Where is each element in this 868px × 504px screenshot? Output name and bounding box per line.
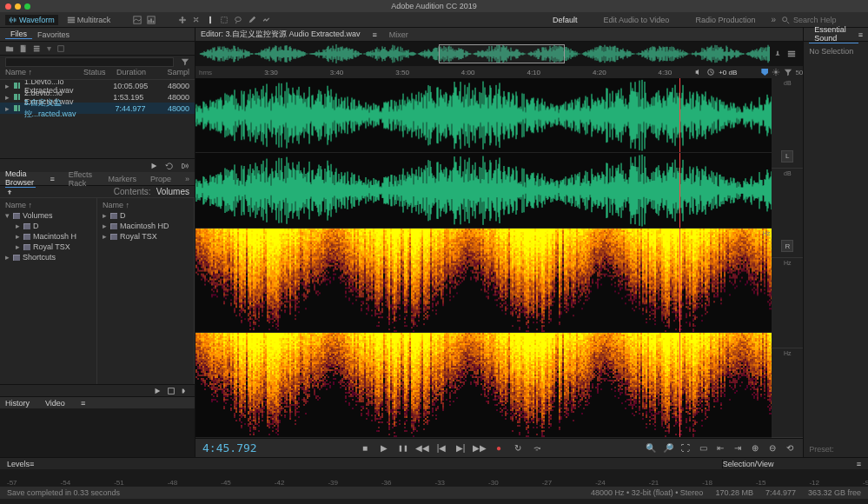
- channel-r-button[interactable]: R: [781, 240, 793, 252]
- tab-history[interactable]: History: [5, 399, 30, 408]
- tree-item[interactable]: ▾Volumes: [0, 210, 96, 221]
- tree-item[interactable]: ▸Macintosh H: [0, 231, 96, 242]
- view-settings-icon[interactable]: [787, 50, 796, 58]
- zoom-reset-icon[interactable]: ⟲: [784, 442, 796, 454]
- loop-button[interactable]: ↻: [512, 442, 524, 454]
- tree-item[interactable]: ▸Macintosh HD: [97, 221, 194, 231]
- timecode-display[interactable]: 4:45.792: [202, 441, 257, 454]
- record-button[interactable]: ●: [493, 442, 505, 454]
- timeline-ruler[interactable]: hms 3:303:403:504:004:104:204:304:404:50…: [195, 66, 803, 78]
- brush-tool-icon[interactable]: [248, 16, 256, 24]
- time-select-tool-icon[interactable]: [206, 16, 215, 24]
- help-search[interactable]: [781, 16, 863, 24]
- tab-properties[interactable]: Prope: [150, 175, 171, 183]
- spot-heal-tool-icon[interactable]: [262, 16, 270, 24]
- zoom-vout-icon[interactable]: ⊖: [766, 442, 779, 454]
- tab-media-browser[interactable]: Media Browser: [5, 169, 36, 188]
- browser-loop-icon[interactable]: [167, 387, 176, 395]
- multitrack-view-button[interactable]: Multitrack: [63, 15, 115, 25]
- tab-files[interactable]: Files: [5, 30, 32, 39]
- hud-volume-icon[interactable]: [694, 68, 703, 76]
- spectrogram-right[interactable]: [195, 333, 772, 437]
- tree-item[interactable]: ▸Royal TSX: [0, 242, 96, 252]
- playhead-marker-icon[interactable]: [761, 69, 768, 76]
- pause-button[interactable]: ❚❚: [397, 442, 409, 454]
- tree-item[interactable]: ▸Royal TSX: [97, 231, 194, 242]
- waveform-view-button[interactable]: Waveform: [5, 15, 58, 25]
- lasso-tool-icon[interactable]: [234, 16, 242, 24]
- tree-item[interactable]: ▸D: [97, 210, 194, 221]
- help-search-input[interactable]: [793, 16, 863, 24]
- workspace-edit-audio-video[interactable]: Edit Audio to Video: [593, 16, 679, 24]
- zoom-full-icon[interactable]: ⛶: [679, 442, 692, 454]
- status-file-size: 170.28 MB: [715, 488, 753, 497]
- spectrogram-left[interactable]: [195, 229, 772, 333]
- rewind-button[interactable]: ◀◀: [416, 442, 428, 454]
- zoom-vin-icon[interactable]: ⊕: [749, 442, 761, 454]
- filter-icon[interactable]: [181, 57, 189, 66]
- hud-gain[interactable]: +0 dB: [719, 69, 737, 76]
- tab-levels[interactable]: Levels: [7, 460, 30, 468]
- autoplay-icon[interactable]: [181, 162, 189, 170]
- col-sample[interactable]: Sampl: [158, 68, 189, 79]
- pin-icon[interactable]: [773, 50, 782, 58]
- tab-markers[interactable]: Markers: [108, 175, 136, 183]
- up-folder-icon[interactable]: [5, 188, 14, 196]
- prev-button[interactable]: |◀: [435, 442, 447, 454]
- contents-value: Volumes: [156, 187, 189, 196]
- skip-button[interactable]: ⤼: [531, 442, 543, 454]
- new-multitrack-icon[interactable]: [33, 44, 42, 53]
- expand-panel-icon[interactable]: »: [185, 175, 189, 183]
- hud-filter-icon[interactable]: [784, 68, 792, 76]
- pitch-display-icon[interactable]: [147, 16, 156, 24]
- levels-meter: -57-54-51-48-45-42-39-36-33-30-27-24-21-…: [0, 469, 868, 487]
- browser-autoplay-icon[interactable]: [181, 387, 189, 395]
- new-file-icon[interactable]: [19, 44, 28, 53]
- waveform-left[interactable]: [195, 78, 772, 152]
- tab-essential-sound[interactable]: Essential Sound: [809, 25, 858, 43]
- import-icon[interactable]: [56, 44, 65, 53]
- overview-strip[interactable]: [195, 42, 803, 66]
- next-button[interactable]: ▶|: [454, 442, 467, 454]
- workspace-default[interactable]: Default: [542, 16, 588, 24]
- move-tool-icon[interactable]: [178, 16, 187, 24]
- zoom-in-pt-icon[interactable]: ⇤: [714, 442, 726, 454]
- tab-editor[interactable]: Editor: 3.自定义监控资源 Audio Extracted.wav: [201, 29, 361, 40]
- marquee-tool-icon[interactable]: [220, 16, 229, 24]
- zoom-out-icon[interactable]: 🔎: [662, 442, 674, 454]
- loop-preview-icon[interactable]: [165, 162, 174, 170]
- folder-icon: [13, 213, 20, 219]
- svg-point-16: [783, 17, 787, 21]
- col-duration[interactable]: Duration: [116, 68, 158, 79]
- tree-item[interactable]: ▸D: [0, 221, 96, 231]
- more-workspaces-icon[interactable]: »: [771, 15, 776, 24]
- tab-effects-rack[interactable]: Effects Rack: [69, 170, 95, 188]
- tab-mixer[interactable]: Mixer: [389, 30, 408, 39]
- tab-video[interactable]: Video: [45, 399, 65, 408]
- tab-selection-view[interactable]: Selection/View: [722, 460, 857, 468]
- workspace-radio[interactable]: Radio Production: [685, 16, 765, 24]
- svg-rect-6: [68, 19, 75, 21]
- play-preview-icon[interactable]: [149, 162, 158, 170]
- razor-tool-icon[interactable]: [192, 16, 201, 24]
- hud-clock-icon[interactable]: [706, 68, 715, 76]
- spectral-display-icon[interactable]: [133, 16, 142, 24]
- tree-item[interactable]: ▸Shortcuts: [0, 252, 96, 262]
- zoom-in-icon[interactable]: 🔍: [645, 442, 657, 454]
- ff-button[interactable]: ▶▶: [474, 442, 486, 454]
- overview-visible-range[interactable]: [439, 44, 565, 63]
- zoom-sel-icon[interactable]: ▭: [697, 442, 709, 454]
- browser-play-icon[interactable]: [153, 387, 162, 395]
- play-button[interactable]: ▶: [378, 442, 390, 454]
- tab-favorites[interactable]: Favorites: [32, 30, 75, 39]
- file-row[interactable]: ▸3.自定义监控...racted.wav7:44.97748000: [0, 103, 195, 114]
- channel-l-button[interactable]: L: [781, 150, 793, 162]
- hud-gear-icon[interactable]: [772, 68, 780, 76]
- zoom-out-pt-icon[interactable]: ⇥: [732, 442, 744, 454]
- col-name[interactable]: Name ↑: [5, 68, 83, 79]
- waveform-right[interactable]: [195, 153, 772, 227]
- stop-button[interactable]: ■: [359, 442, 371, 454]
- col-status[interactable]: Status: [83, 68, 116, 79]
- open-file-icon[interactable]: [5, 44, 14, 53]
- files-filter-input[interactable]: [5, 57, 174, 67]
